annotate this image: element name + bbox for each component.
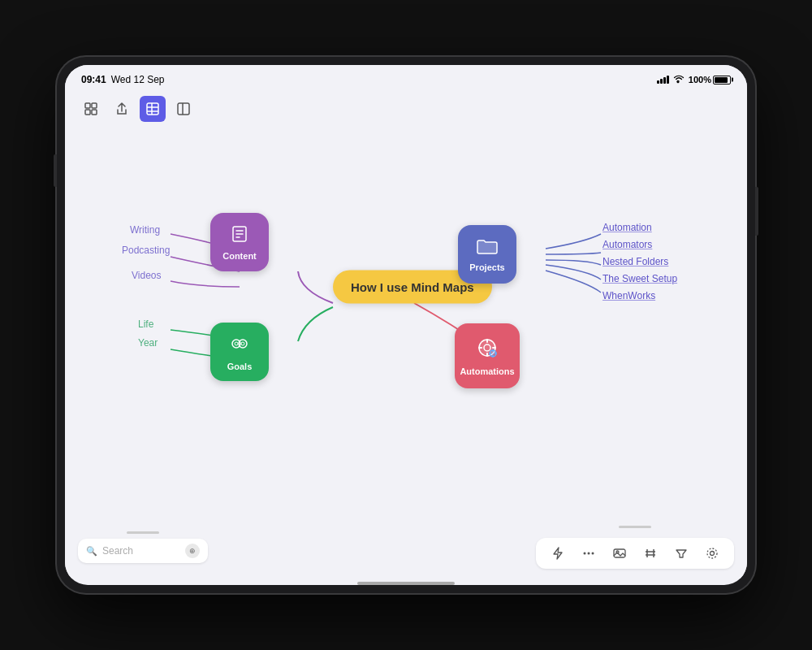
status-icons: 100% xyxy=(657,75,731,85)
content-node-icon xyxy=(230,224,249,248)
image-tool-button[interactable] xyxy=(609,543,630,564)
scroll-indicator xyxy=(127,531,159,534)
content-node[interactable]: Content xyxy=(210,213,269,271)
svg-point-30 xyxy=(588,552,590,555)
settings-tool-button[interactable] xyxy=(702,543,723,564)
automations-node-label: Automations xyxy=(460,366,514,376)
svg-rect-4 xyxy=(147,103,158,115)
videos-label: Videos xyxy=(132,270,161,281)
projects-node-icon xyxy=(476,237,499,259)
more-tool-button[interactable] xyxy=(578,543,599,564)
svg-point-17 xyxy=(241,342,244,345)
battery-percent: 100% xyxy=(689,75,711,84)
automation-label: Automation xyxy=(603,222,652,233)
goals-node-label: Goals xyxy=(227,362,253,371)
search-container: 🔍 Search ⊕ xyxy=(78,531,208,563)
svg-point-39 xyxy=(707,548,717,558)
automations-node[interactable]: Automations xyxy=(455,323,520,388)
svg-rect-8 xyxy=(178,103,189,115)
central-node-label: How I use Mind Maps xyxy=(351,280,474,294)
whenworks-label: WhenWorks xyxy=(603,290,655,301)
battery-icon: 100% xyxy=(689,75,731,84)
status-time: 09:41 xyxy=(81,74,106,85)
toolbar xyxy=(65,91,747,128)
nested-folders-label: Nested Folders xyxy=(603,256,668,267)
mindmap-canvas[interactable]: How I use Mind Maps Content xyxy=(65,128,747,519)
sweet-setup-label: The Sweet Setup xyxy=(603,273,677,284)
bottom-tools xyxy=(536,526,734,569)
hashtag-tool-button[interactable] xyxy=(640,543,661,564)
svg-rect-2 xyxy=(85,110,90,115)
svg-point-38 xyxy=(710,552,715,556)
search-bar[interactable]: 🔍 Search ⊕ xyxy=(78,539,208,563)
content-node-label: Content xyxy=(222,251,257,261)
status-date: Wed 12 Sep xyxy=(111,74,165,85)
grid-view-button[interactable] xyxy=(78,96,104,122)
automations-node-icon xyxy=(476,336,499,363)
wifi-icon xyxy=(673,75,685,85)
svg-rect-1 xyxy=(92,103,97,108)
scroll-indicator-right xyxy=(619,526,651,528)
outline-view-button[interactable] xyxy=(171,96,197,122)
connections-svg xyxy=(65,128,747,519)
share-button[interactable] xyxy=(109,96,135,122)
svg-rect-0 xyxy=(85,103,90,108)
automators-label: Automators xyxy=(603,239,652,250)
svg-point-29 xyxy=(584,552,586,555)
svg-point-16 xyxy=(235,342,238,345)
life-label: Life xyxy=(138,318,153,330)
home-indicator xyxy=(357,582,455,585)
goals-node-icon xyxy=(229,333,250,358)
search-icon: 🔍 xyxy=(86,546,97,557)
search-placeholder: Search xyxy=(102,545,180,557)
search-clear-button[interactable]: ⊕ xyxy=(185,544,200,558)
table-view-button[interactable] xyxy=(140,96,166,122)
podcasting-label: Podcasting xyxy=(122,245,170,256)
goals-node[interactable]: Goals xyxy=(210,323,269,381)
svg-point-31 xyxy=(592,552,594,555)
status-bar: 09:41 Wed 12 Sep 1 xyxy=(65,65,747,91)
lightning-tool-button[interactable] xyxy=(547,543,568,564)
signal-icon xyxy=(657,76,669,84)
filter-tool-button[interactable] xyxy=(671,543,692,564)
projects-node-label: Projects xyxy=(469,262,504,272)
bottom-bar: 🔍 Search ⊕ xyxy=(65,519,747,578)
tablet-screen: 09:41 Wed 12 Sep 1 xyxy=(65,65,747,585)
tools-row xyxy=(536,538,734,569)
projects-node[interactable]: Projects xyxy=(458,225,516,284)
writing-label: Writing xyxy=(130,224,160,236)
svg-rect-3 xyxy=(92,110,97,115)
year-label: Year xyxy=(138,337,158,349)
tablet-device: 09:41 Wed 12 Sep 1 xyxy=(57,57,755,593)
